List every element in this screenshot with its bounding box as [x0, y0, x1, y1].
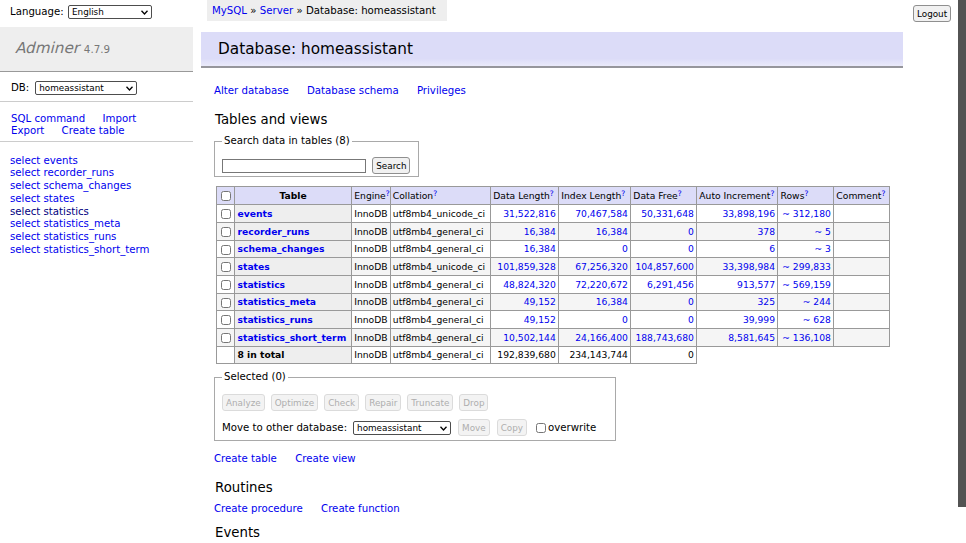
bulk-action-button[interactable]: Optimize [271, 394, 318, 411]
overwrite-checkbox[interactable] [536, 423, 546, 433]
create-link[interactable]: Create table [214, 453, 277, 464]
data-length-link[interactable]: 10,502,144 [503, 332, 556, 343]
rows-link[interactable]: ~ 136,108 [782, 332, 831, 343]
select-all-checkbox[interactable] [221, 191, 231, 201]
sidebar-table-link[interactable]: select statistics_meta [10, 218, 120, 229]
copy-button[interactable]: Copy [497, 419, 527, 436]
bulk-action-button[interactable]: Analyze [222, 394, 265, 411]
bulk-action-button[interactable]: Check [324, 394, 359, 411]
rows-link[interactable]: ~ 3 [814, 243, 830, 254]
bulk-action-button[interactable]: Repair [365, 394, 401, 411]
column-help-link[interactable]: ? [433, 189, 437, 198]
rows-link[interactable]: ~ 569,159 [782, 279, 831, 290]
sidebar-action-link[interactable]: Import [103, 113, 137, 124]
breadcrumb-link-server[interactable]: Server [260, 5, 293, 16]
table-name-link[interactable]: statistics_meta [238, 296, 317, 307]
auto-increment-link[interactable]: 378 [757, 226, 775, 237]
sidebar-table-link[interactable]: select statistics_runs [10, 231, 116, 242]
row-checkbox[interactable] [221, 333, 231, 343]
index-length-link[interactable]: 0 [622, 243, 628, 254]
data-free-link[interactable]: 50,331,648 [641, 208, 694, 219]
column-help-link[interactable]: ? [621, 189, 625, 198]
index-length-link[interactable]: 70,467,584 [575, 208, 628, 219]
data-length-link[interactable]: 49,152 [524, 296, 556, 307]
sidebar-table-link[interactable]: select statistics_short_term [10, 244, 149, 255]
column-help-link[interactable]: ? [881, 189, 885, 198]
data-length-link[interactable]: 101,859,328 [497, 261, 555, 272]
table-name-link[interactable]: statistics [238, 279, 286, 290]
index-length-link[interactable]: 16,384 [596, 226, 628, 237]
auto-increment-link[interactable]: 33,898,196 [722, 208, 775, 219]
move-button[interactable]: Move [458, 419, 490, 436]
row-checkbox[interactable] [221, 209, 231, 219]
auto-increment-link[interactable]: 913,577 [737, 279, 775, 290]
data-free-link[interactable]: 104,857,600 [635, 261, 693, 272]
search-input[interactable] [222, 159, 366, 173]
data-length-link[interactable]: 31,522,816 [503, 208, 556, 219]
data-free-link[interactable]: 6,291,456 [647, 279, 694, 290]
auto-increment-link[interactable]: 8,581,645 [728, 332, 775, 343]
sidebar-table-link[interactable]: select statistics [10, 206, 89, 217]
sidebar-action-link[interactable]: Create table [62, 125, 125, 136]
sidebar-table-link[interactable]: select states [10, 193, 75, 204]
scrollbar[interactable] [958, 0, 966, 543]
rows-link[interactable]: ~ 299,833 [782, 261, 831, 272]
table-name-link[interactable]: states [238, 261, 270, 272]
index-length-link[interactable]: 0 [622, 314, 628, 325]
breadcrumb-link-mysql[interactable]: MySQL [212, 5, 247, 16]
rows-link[interactable]: ~ 244 [803, 296, 831, 307]
data-free-link[interactable]: 0 [688, 314, 694, 325]
auto-increment-link[interactable]: 325 [757, 296, 775, 307]
data-free-link[interactable]: 0 [688, 296, 694, 307]
sidebar-table-link[interactable]: select recorder_runs [10, 167, 114, 178]
move-database-select[interactable]: homeassistant [353, 421, 451, 435]
row-checkbox[interactable] [221, 315, 231, 325]
table-name-link[interactable]: recorder_runs [238, 226, 310, 237]
row-checkbox[interactable] [221, 280, 231, 290]
column-help-link[interactable]: ? [770, 189, 774, 198]
search-button[interactable]: Search [372, 157, 410, 174]
db-action-link[interactable]: Database schema [307, 85, 399, 96]
rows-link[interactable]: ~ 312,180 [782, 208, 831, 219]
index-length-link[interactable]: 24,166,400 [575, 332, 628, 343]
auto-increment-link[interactable]: 6 [769, 243, 775, 254]
sidebar-action-link[interactable]: SQL command [11, 113, 85, 124]
rows-link[interactable]: ~ 628 [803, 314, 831, 325]
sidebar-table-link[interactable]: select events [10, 155, 78, 166]
table-name-link[interactable]: statistics_short_term [238, 332, 347, 343]
row-checkbox[interactable] [221, 298, 231, 308]
column-help-link[interactable]: ? [804, 189, 808, 198]
data-free-link[interactable]: 0 [688, 226, 694, 237]
routine-link[interactable]: Create function [321, 503, 400, 514]
rows-link[interactable]: ~ 5 [814, 226, 830, 237]
table-name-link[interactable]: schema_changes [238, 243, 325, 254]
data-length-link[interactable]: 49,152 [524, 314, 556, 325]
auto-increment-link[interactable]: 33,398,984 [722, 261, 775, 272]
bulk-action-button[interactable]: Drop [459, 394, 488, 411]
bulk-action-button[interactable]: Truncate [407, 394, 453, 411]
index-length-link[interactable]: 72,220,672 [575, 279, 628, 290]
language-select[interactable]: English [68, 5, 152, 19]
routine-link[interactable]: Create procedure [214, 503, 303, 514]
table-name-link[interactable]: statistics_runs [238, 314, 313, 325]
data-length-link[interactable]: 16,384 [524, 226, 556, 237]
data-free-link[interactable]: 188,743,680 [635, 332, 693, 343]
column-help-link[interactable]: ? [550, 189, 554, 198]
sidebar-action-link[interactable]: Export [11, 125, 44, 136]
data-free-link[interactable]: 0 [688, 243, 694, 254]
data-length-link[interactable]: 48,824,320 [503, 279, 556, 290]
overwrite-label[interactable]: overwrite [548, 422, 596, 433]
data-length-link[interactable]: 16,384 [524, 243, 556, 254]
column-help-link[interactable]: ? [678, 189, 682, 198]
db-select[interactable]: homeassistant [35, 81, 137, 95]
row-checkbox[interactable] [221, 245, 231, 255]
index-length-link[interactable]: 16,384 [596, 296, 628, 307]
db-action-link[interactable]: Alter database [214, 85, 289, 96]
app-name[interactable]: Adminer [15, 39, 79, 57]
sidebar-table-link[interactable]: select schema_changes [10, 180, 131, 191]
logout-button[interactable]: Logout [913, 5, 951, 22]
row-checkbox[interactable] [221, 227, 231, 237]
row-checkbox[interactable] [221, 262, 231, 272]
auto-increment-link[interactable]: 39,999 [743, 314, 775, 325]
column-help-link[interactable]: ? [386, 189, 390, 198]
